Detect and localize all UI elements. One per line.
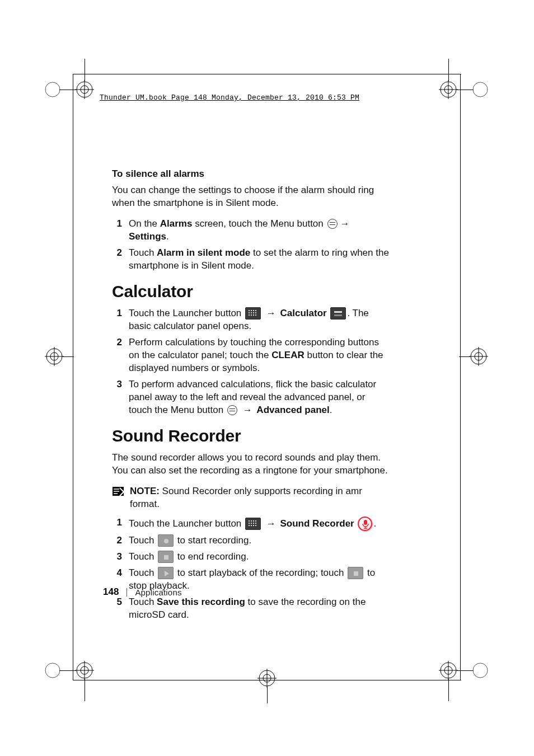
menu-button-icon (227, 405, 237, 415)
steps-sound: 1 Touch the Launcher button → Sound Reco… (112, 516, 389, 622)
chapter-name: Applications (135, 588, 181, 597)
note-icon (112, 486, 124, 496)
menu-button-icon (327, 219, 338, 229)
step-number: 1 (112, 307, 122, 333)
record-button-icon (158, 534, 174, 547)
arrow-icon: → (262, 308, 280, 318)
svg-point-0 (45, 82, 60, 97)
step-number: 1 (112, 516, 122, 531)
launcher-button-icon (245, 307, 261, 320)
step-body: Touch the Launcher button → Calculator .… (129, 307, 389, 333)
intro-silence: You can change the settings to choose if… (112, 184, 389, 210)
step-number: 2 (112, 534, 122, 547)
step-body: Touch to end recording. (129, 551, 389, 564)
arrow-icon: → (238, 405, 256, 415)
intro-sound: The sound recorder allows you to record … (112, 452, 389, 477)
play-button-icon (158, 567, 174, 579)
registration-mark-top-right (422, 73, 489, 129)
heading-calculator: Calculator (112, 280, 389, 303)
page-footer: 148 Applications (103, 586, 182, 598)
step-body: Touch the Launcher button → Sound Record… (129, 516, 389, 531)
step-body: Touch Save this recording to save the re… (129, 596, 389, 622)
sound-recorder-app-icon (358, 516, 372, 531)
stop-button-icon (348, 567, 363, 579)
crop-line-top (73, 74, 461, 74)
page-content: To silence all alarms You can change the… (112, 168, 389, 627)
step-number: 2 (112, 336, 122, 375)
note-row: NOTE: Sound Recorder only supports recor… (112, 485, 389, 511)
arrow-icon: → (262, 518, 280, 529)
step-body: Touch Alarm in silent mode to set the al… (129, 247, 389, 273)
stop-button-icon (158, 551, 174, 563)
step-number: 3 (112, 551, 122, 564)
arrow-icon: → (339, 218, 352, 229)
steps-silence: 1 On the Alarms screen, touch the Menu b… (112, 218, 389, 273)
footer-separator (127, 588, 127, 597)
step-number: 3 (112, 378, 122, 417)
svg-point-18 (45, 663, 60, 678)
step-body: To perform advanced calculations, flick … (129, 378, 389, 417)
launcher-button-icon (245, 518, 261, 530)
steps-calculator: 1 Touch the Launcher button → Calculator… (112, 307, 389, 417)
page-header-meta: Thunder_UM.book Page 148 Monday, Decembe… (100, 93, 359, 102)
svg-rect-36 (364, 520, 367, 525)
step-number: 2 (112, 247, 122, 273)
crop-line-left (73, 74, 73, 680)
crop-line-right (460, 74, 461, 680)
step-body: Perform calculations by touching the cor… (129, 336, 389, 375)
page-number: 148 (103, 586, 119, 598)
heading-sound-recorder: Sound Recorder (112, 425, 389, 448)
step-body: On the Alarms screen, touch the Menu but… (129, 218, 389, 243)
step-number: 5 (112, 596, 122, 622)
step-number: 1 (112, 218, 122, 243)
note-text: NOTE: Sound Recorder only supports recor… (130, 485, 389, 511)
svg-point-31 (473, 663, 488, 678)
page: Thunder_UM.book Page 148 Monday, Decembe… (0, 0, 534, 756)
heading-silence-alarms: To silence all alarms (112, 168, 389, 181)
step-body: Touch to start recording. (129, 534, 389, 547)
svg-point-9 (473, 82, 488, 97)
calculator-app-icon (330, 307, 346, 320)
